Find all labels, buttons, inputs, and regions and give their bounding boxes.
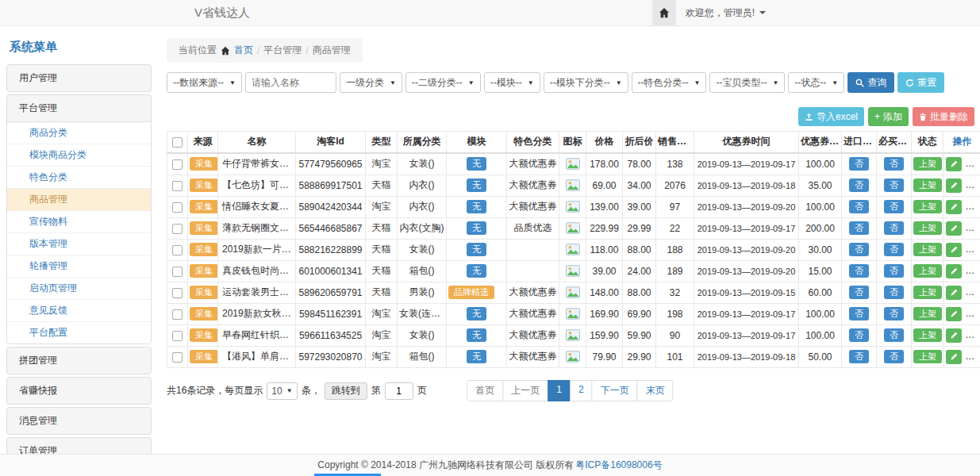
page-button[interactable]: 2 (570, 380, 593, 401)
sidebar-group-header[interactable]: 消息管理 (7, 408, 151, 434)
select-all-checkbox[interactable] (172, 137, 183, 148)
jump-button[interactable]: 跳转到 (325, 382, 367, 400)
status-badge[interactable]: 上架 (913, 286, 942, 300)
status-badge[interactable]: 上架 (913, 243, 942, 257)
must-buy-toggle[interactable]: 否 (884, 178, 904, 193)
sidebar-item[interactable]: 模块商品分类 (7, 144, 151, 167)
sidebar-item[interactable]: 宣传物料 (7, 211, 151, 233)
must-buy-toggle[interactable]: 否 (884, 243, 904, 257)
import-select-toggle[interactable]: 否 (849, 178, 869, 193)
row-checkbox[interactable] (172, 202, 183, 213)
icp-link[interactable]: 粤ICP备16098006号 (575, 459, 662, 472)
page-button[interactable]: 末页 (637, 380, 674, 401)
sidebar-group-header[interactable]: 订单管理 (7, 438, 151, 455)
status-badge[interactable]: 上架 (913, 307, 942, 321)
add-button[interactable]: + 添加 (868, 107, 909, 126)
filter-select[interactable]: 一级分类 ▼ (340, 72, 402, 93)
delete-button[interactable] (966, 178, 980, 193)
sidebar-group-header[interactable]: 拼团管理 (7, 347, 151, 374)
edit-button[interactable] (946, 200, 962, 214)
page-size-select[interactable]: 10 ▼ (267, 382, 297, 400)
filter-select[interactable]: --特色分类-- ▼ (632, 72, 707, 93)
edit-button[interactable] (946, 243, 962, 257)
edit-button[interactable] (946, 328, 962, 343)
row-checkbox[interactable] (172, 224, 183, 234)
page-button[interactable]: 下一页 (592, 380, 638, 401)
edit-button[interactable] (946, 286, 962, 300)
status-badge[interactable]: 上架 (913, 264, 942, 278)
delete-button[interactable] (966, 328, 980, 343)
filter-select[interactable]: --模块下分类-- ▼ (544, 72, 628, 93)
sidebar-item[interactable]: 特色分类 (7, 167, 151, 189)
row-checkbox[interactable] (172, 159, 183, 170)
status-badge[interactable]: 上架 (913, 350, 942, 364)
sidebar-item[interactable]: 启动页管理 (7, 278, 151, 300)
edit-button[interactable] (946, 307, 962, 321)
sidebar-item[interactable]: 平台配置 (7, 322, 151, 344)
row-checkbox[interactable] (172, 352, 183, 363)
page-button[interactable]: 1 (548, 380, 571, 401)
reset-button[interactable]: 重置 (897, 72, 944, 93)
edit-button[interactable] (946, 264, 962, 278)
edit-button[interactable] (946, 157, 962, 171)
must-buy-toggle[interactable]: 否 (884, 200, 904, 214)
data-source-select[interactable]: --数据来源-- ▼ (167, 72, 242, 93)
import-select-toggle[interactable]: 否 (849, 307, 869, 321)
must-buy-toggle[interactable]: 否 (884, 221, 904, 236)
batch-delete-button[interactable]: 批量删除 (913, 107, 974, 126)
filter-select[interactable]: --状态-- ▼ (788, 72, 844, 93)
import-select-toggle[interactable]: 否 (849, 328, 869, 343)
name-search-input[interactable] (245, 72, 336, 93)
delete-button[interactable] (966, 350, 980, 364)
sidebar-item[interactable]: 商品管理 (7, 189, 151, 211)
filter-select[interactable]: --宝贝类型-- ▼ (709, 72, 785, 93)
row-checkbox[interactable] (172, 331, 183, 341)
delete-button[interactable] (966, 200, 980, 214)
must-buy-toggle[interactable]: 否 (884, 286, 904, 300)
import-select-toggle[interactable]: 否 (849, 264, 869, 278)
status-badge[interactable]: 上架 (913, 200, 942, 214)
breadcrumb-home-link[interactable]: 首页 (234, 44, 253, 57)
status-badge[interactable]: 上架 (913, 221, 942, 236)
import-select-toggle[interactable]: 否 (849, 286, 869, 300)
status-badge[interactable]: 上架 (913, 328, 942, 343)
page-button[interactable]: 首页 (467, 380, 503, 401)
status-badge[interactable]: 上架 (913, 178, 942, 193)
edit-button[interactable] (946, 178, 962, 193)
row-checkbox[interactable] (172, 309, 183, 320)
import-select-toggle[interactable]: 否 (849, 200, 869, 214)
filter-select[interactable]: --模块-- ▼ (484, 72, 540, 93)
sidebar-item[interactable]: 商品分类 (7, 122, 151, 144)
row-checkbox[interactable] (172, 245, 183, 255)
import-excel-button[interactable]: 导入excel (798, 107, 864, 126)
must-buy-toggle[interactable]: 否 (884, 328, 904, 343)
page-number-input[interactable] (385, 382, 413, 400)
edit-button[interactable] (946, 350, 962, 364)
import-select-toggle[interactable]: 否 (849, 221, 869, 236)
must-buy-toggle[interactable]: 否 (884, 264, 904, 278)
sidebar-item[interactable]: 意见反馈 (7, 300, 151, 322)
page-button[interactable]: 上一页 (502, 380, 548, 401)
delete-button[interactable] (966, 264, 980, 278)
sidebar-group-header[interactable]: 省赚快报 (7, 378, 151, 404)
status-badge[interactable]: 上架 (913, 157, 942, 171)
filter-select[interactable]: --二级分类-- ▼ (405, 72, 481, 93)
import-select-toggle[interactable]: 否 (849, 243, 869, 257)
sidebar-group-header[interactable]: 平台管理 (7, 95, 151, 121)
user-menu[interactable]: 欢迎您，管理员! (676, 6, 775, 20)
delete-button[interactable] (966, 221, 980, 236)
sidebar-item[interactable]: 版本管理 (7, 233, 151, 255)
delete-button[interactable] (966, 243, 980, 257)
must-buy-toggle[interactable]: 否 (884, 350, 904, 364)
sidebar-group-header[interactable]: 用户管理 (7, 65, 151, 91)
delete-button[interactable] (966, 157, 980, 171)
edit-button[interactable] (946, 221, 962, 236)
search-button[interactable]: 查询 (847, 72, 894, 93)
delete-button[interactable] (966, 307, 980, 321)
home-button[interactable] (652, 0, 676, 25)
sidebar-item[interactable]: 轮播管理 (7, 255, 151, 278)
row-checkbox[interactable] (172, 267, 183, 277)
must-buy-toggle[interactable]: 否 (884, 307, 904, 321)
row-checkbox[interactable] (172, 288, 183, 298)
delete-button[interactable] (966, 286, 980, 300)
